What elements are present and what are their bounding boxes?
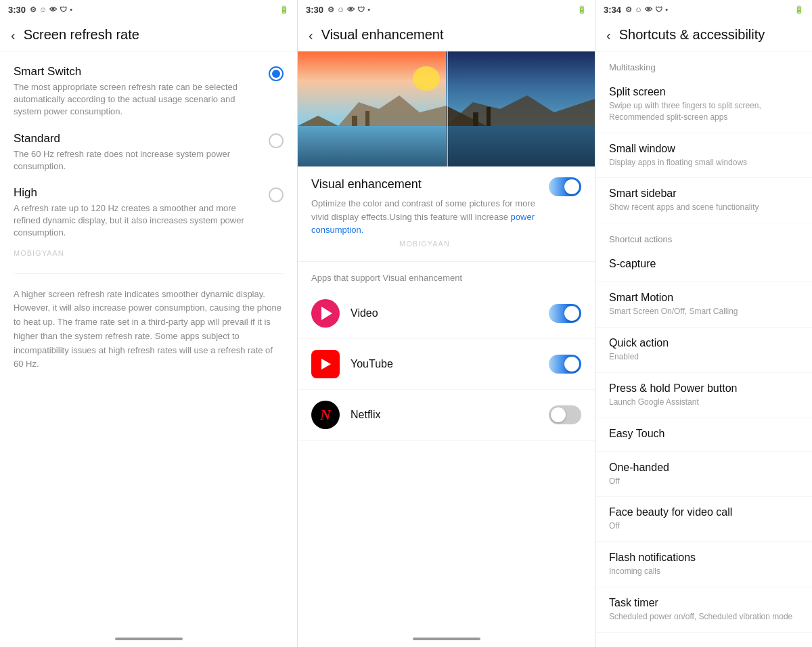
video-icon-circle	[311, 299, 340, 328]
smart-motion-subtitle: Smart Screen On/Off, Smart Calling	[609, 306, 798, 317]
standard-radio[interactable]	[269, 133, 284, 148]
svg-rect-8	[446, 126, 595, 166]
smile-icon-m: ☺	[337, 5, 344, 14]
netflix-app-name: Netflix	[351, 409, 549, 421]
youtube-play-icon	[321, 359, 331, 370]
quick-action-title: Quick action	[609, 337, 798, 349]
battery-middle: 🔋	[577, 5, 587, 14]
small-window-subtitle: Display apps in floating small windows	[609, 157, 798, 169]
visual-enhancement-image	[298, 51, 595, 166]
split-screen-row[interactable]: Split screen Swipe up with three fingers…	[595, 76, 812, 133]
standard-desc: The 60 Hz refresh rate does not increase…	[14, 148, 261, 173]
radio-options-section: Smart Switch The most appropriate screen…	[14, 51, 284, 274]
svg-point-2	[413, 66, 440, 91]
video-toggle[interactable]	[549, 304, 581, 323]
apps-header: Apps that support Visual enhancement	[298, 262, 595, 288]
smart-switch-option[interactable]: Smart Switch The most appropriate screen…	[14, 65, 284, 118]
youtube-icon-circle	[311, 350, 340, 378]
high-desc: A refresh rate up to 120 Hz creates a sm…	[14, 202, 261, 240]
visual-enhancement-section: Visual enhancement Optimize the color an…	[298, 166, 595, 262]
high-title: High	[14, 186, 261, 200]
settings-icon: ⚙	[30, 5, 37, 14]
back-button-middle[interactable]: ‹	[309, 28, 313, 42]
smart-sidebar-row[interactable]: Smart sidebar Show recent apps and scene…	[595, 178, 812, 223]
task-timer-subtitle: Scheduled power on/off, Scheduled vibrat…	[609, 611, 798, 623]
standard-title: Standard	[14, 132, 261, 146]
back-button-right[interactable]: ‹	[606, 28, 611, 42]
time-right: 3:34	[604, 5, 621, 15]
battery-left: 🔋	[279, 5, 289, 14]
back-button-left[interactable]: ‹	[11, 28, 16, 42]
image-divider	[447, 51, 448, 166]
page-title-middle: Visual enhancement	[321, 27, 444, 43]
split-screen-subtitle: Swipe up with three fingers to split scr…	[609, 100, 798, 123]
task-timer-title: Task timer	[609, 597, 798, 609]
ve-desc-text: Optimize the color and contrast of some …	[311, 198, 535, 222]
quick-action-subtitle: Enabled	[609, 351, 798, 363]
smart-motion-title: Smart Motion	[609, 292, 798, 304]
small-window-row[interactable]: Small window Display apps in floating sm…	[595, 133, 812, 179]
status-bar-left: 3:30 ⚙ ☺ 👁 🛡 • 🔋	[0, 0, 297, 19]
smart-switch-title: Smart Switch	[14, 65, 261, 79]
youtube-app-name: YouTube	[351, 358, 549, 370]
quick-action-row[interactable]: Quick action Enabled	[595, 328, 812, 373]
header-right: ‹ Shortcuts & accessibility	[595, 19, 812, 51]
video-app-icon	[311, 299, 340, 328]
power-button-title: Press & hold Power button	[609, 382, 798, 395]
smile-icon-r: ☺	[635, 5, 642, 14]
shortcut-actions-label: Shortcut actions	[595, 223, 812, 248]
youtube-toggle[interactable]	[549, 355, 581, 374]
power-button-row[interactable]: Press & hold Power button Launch Google …	[595, 373, 812, 418]
header-left: ‹ Screen refresh rate	[0, 19, 297, 51]
easy-touch-title: Easy Touch	[609, 428, 798, 440]
watermark-left-high: MOBIGYAAN	[14, 244, 261, 263]
visual-enhancement-toggle[interactable]	[549, 177, 581, 196]
visual-enhancement-toggle-row: Visual enhancement Optimize the color an…	[311, 177, 581, 250]
split-screen-title: Split screen	[609, 86, 798, 98]
status-icons-right: ⚙ ☺ 👁 🛡 •	[625, 5, 668, 14]
standard-option[interactable]: Standard The 60 Hz refresh rate does not…	[14, 132, 284, 173]
page-title-left: Screen refresh rate	[24, 27, 139, 43]
svg-rect-5	[352, 116, 357, 126]
face-beauty-row[interactable]: Face beauty for video call Off	[595, 497, 812, 542]
small-window-title: Small window	[609, 143, 798, 155]
refresh-rate-content: Smart Switch The most appropriate screen…	[0, 51, 297, 631]
high-option[interactable]: High A refresh rate up to 120 Hz creates…	[14, 186, 284, 263]
video-app-name: Video	[351, 307, 549, 319]
s-capture-title: S-capture	[609, 258, 798, 270]
battery-right: 🔋	[794, 5, 804, 14]
high-text: High A refresh rate up to 120 Hz creates…	[14, 186, 269, 263]
status-bar-middle: 3:30 ⚙ ☺ 👁 🛡 • 🔋	[298, 0, 595, 19]
bottom-bar-left	[115, 638, 183, 640]
visual-enhancement-desc: Optimize the color and contrast of some …	[311, 197, 538, 237]
s-capture-row[interactable]: S-capture	[595, 248, 812, 282]
high-radio[interactable]	[269, 187, 284, 202]
header-middle: ‹ Visual enhancement	[298, 19, 595, 51]
standard-text: Standard The 60 Hz refresh rate does not…	[14, 132, 269, 173]
task-timer-row[interactable]: Task timer Scheduled power on/off, Sched…	[595, 587, 812, 633]
bottom-indicator-middle	[298, 631, 595, 647]
eye-icon: 👁	[49, 5, 57, 14]
smart-switch-radio[interactable]	[269, 66, 284, 81]
youtube-app-row: YouTube	[298, 339, 595, 390]
svg-rect-12	[487, 107, 491, 126]
screen-refresh-rate-panel: 3:30 ⚙ ☺ 👁 🛡 • 🔋 ‹ Screen refresh rate S…	[0, 0, 298, 647]
bottom-indicator-left	[0, 631, 297, 647]
smart-motion-row[interactable]: Smart Motion Smart Screen On/Off, Smart …	[595, 282, 812, 328]
status-bar-right: 3:34 ⚙ ☺ 👁 🛡 • 🔋	[595, 0, 812, 19]
face-beauty-subtitle: Off	[609, 520, 798, 532]
visual-enhancement-desc-container: Visual enhancement Optimize the color an…	[311, 177, 549, 250]
netflix-toggle[interactable]	[549, 405, 581, 424]
flash-notifications-row[interactable]: Flash notifications Incoming calls	[595, 542, 812, 587]
shield-icon-r: 🛡	[655, 5, 662, 14]
visual-enhancement-panel: 3:30 ⚙ ☺ 👁 🛡 • 🔋 ‹ Visual enhancement	[298, 0, 595, 647]
bottom-bar-middle	[413, 638, 480, 640]
netflix-app-row: N Netflix	[298, 390, 595, 441]
one-handed-row[interactable]: One-handed Off	[595, 452, 812, 497]
page-title-right: Shortcuts & accessibility	[619, 27, 765, 43]
easy-touch-row[interactable]: Easy Touch	[595, 418, 812, 452]
smart-switch-desc: The most appropriate screen refresh rate…	[14, 81, 261, 118]
time-middle: 3:30	[306, 5, 323, 15]
flash-notifications-subtitle: Incoming calls	[609, 566, 798, 577]
netflix-app-icon: N	[311, 401, 340, 429]
